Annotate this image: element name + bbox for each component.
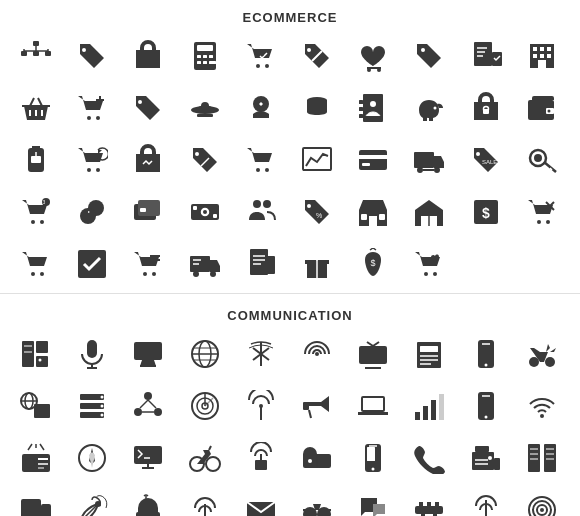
icon-cart-refresh[interactable] — [66, 135, 118, 185]
icon-key[interactable] — [516, 135, 568, 185]
icon-radar[interactable] — [179, 381, 231, 431]
icon-tablet-mobile[interactable] — [10, 485, 62, 516]
svg-rect-63 — [303, 148, 331, 170]
icon-org-chart[interactable] — [10, 31, 62, 81]
icon-store[interactable] — [347, 187, 399, 237]
icon-broadcast-tower[interactable] — [235, 433, 287, 483]
icon-radio[interactable] — [10, 433, 62, 483]
icon-mobile-phone[interactable] — [460, 329, 512, 379]
icon-money-bag[interactable]: $ — [347, 239, 399, 289]
icon-chart[interactable] — [291, 135, 343, 185]
icon-helmet-radio[interactable] — [122, 485, 174, 516]
icon-team-cart[interactable] — [235, 187, 287, 237]
icon-speech-bubble[interactable] — [347, 485, 399, 516]
icon-microphone[interactable] — [66, 329, 118, 379]
svg-point-110 — [143, 272, 147, 276]
icon-cart-small[interactable] — [235, 135, 287, 185]
icon-antenna[interactable] — [235, 329, 287, 379]
icon-mailbox[interactable] — [291, 433, 343, 483]
icon-document-check[interactable] — [460, 31, 512, 81]
icon-newspaper[interactable] — [403, 329, 455, 379]
icon-cart-list[interactable] — [122, 239, 174, 289]
communication-grid — [0, 329, 580, 516]
icon-antenna2[interactable] — [460, 485, 512, 516]
icon-desktop-computer[interactable] — [122, 329, 174, 379]
icon-coins[interactable] — [66, 187, 118, 237]
icon-fax[interactable] — [460, 433, 512, 483]
icon-dollar-sign[interactable]: $ — [460, 187, 512, 237]
icon-cards[interactable] — [122, 187, 174, 237]
icon-scooter[interactable] — [516, 329, 568, 379]
icon-gift[interactable] — [291, 239, 343, 289]
icon-percent-tag[interactable]: % — [291, 187, 343, 237]
icon-telephone[interactable] — [403, 433, 455, 483]
icon-warehouse[interactable] — [403, 187, 455, 237]
icon-globe[interactable] — [179, 329, 231, 379]
icon-tag-label[interactable] — [122, 83, 174, 133]
svg-rect-190 — [363, 398, 383, 410]
icon-cart-favorite[interactable] — [403, 239, 455, 289]
icon-cart-plus[interactable] — [66, 83, 118, 133]
icon-radio-tower[interactable] — [179, 485, 231, 516]
svg-point-19 — [367, 68, 371, 72]
svg-rect-155 — [420, 346, 438, 352]
icon-address-book[interactable] — [347, 83, 399, 133]
svg-point-160 — [484, 364, 487, 367]
icon-basket[interactable] — [10, 83, 62, 133]
icon-compass[interactable] — [66, 433, 118, 483]
icon-monitor[interactable] — [122, 433, 174, 483]
icon-cart-remove[interactable] — [516, 187, 568, 237]
icon-cart-with-items[interactable]: 3 — [10, 187, 62, 237]
icon-mobile2[interactable] — [460, 381, 512, 431]
icon-binoculars[interactable] — [291, 485, 343, 516]
svg-rect-65 — [359, 150, 387, 170]
icon-delivery-truck[interactable] — [403, 135, 455, 185]
svg-point-82 — [80, 208, 96, 224]
icon-megaphone[interactable] — [291, 381, 343, 431]
icon-heart-cart[interactable] — [347, 31, 399, 81]
icon-cart-check[interactable] — [235, 31, 287, 81]
icon-tag-star[interactable] — [403, 31, 455, 81]
icon-shopping-bag[interactable] — [122, 31, 174, 81]
icon-credit-card[interactable] — [347, 135, 399, 185]
icon-laptop[interactable] — [347, 381, 399, 431]
icon-sale-tag[interactable]: SALE — [460, 135, 512, 185]
svg-rect-194 — [439, 394, 444, 420]
icon-coins-hand[interactable] — [235, 83, 287, 133]
icon-television[interactable] — [347, 329, 399, 379]
icon-bag-lock[interactable] — [460, 83, 512, 133]
icon-price-tag2[interactable] — [179, 135, 231, 185]
icon-network-cable[interactable] — [403, 485, 455, 516]
icon-backpack[interactable] — [10, 135, 62, 185]
svg-point-220 — [372, 468, 375, 471]
icon-cash[interactable] — [179, 187, 231, 237]
icon-server-rack[interactable] — [10, 329, 62, 379]
icon-checkbox[interactable] — [66, 239, 118, 289]
icon-satellite-dish[interactable] — [66, 485, 118, 516]
icon-coin-stack[interactable] — [291, 83, 343, 133]
icon-receipt[interactable] — [235, 239, 287, 289]
icon-cart-simple[interactable] — [10, 239, 62, 289]
icon-target[interactable] — [516, 485, 568, 516]
icon-dish[interactable] — [179, 83, 231, 133]
icon-wallet[interactable] — [516, 83, 568, 133]
icon-network-group[interactable] — [122, 381, 174, 431]
icon-signal-waves[interactable] — [291, 329, 343, 379]
icon-envelope[interactable] — [235, 485, 287, 516]
svg-point-61 — [256, 168, 260, 172]
icon-globe-computer[interactable] — [10, 381, 62, 431]
icon-signal-bars[interactable] — [403, 381, 455, 431]
icon-wifi[interactable] — [516, 381, 568, 431]
icon-smartphone[interactable] — [347, 433, 399, 483]
icon-piggy-bank[interactable] — [403, 83, 455, 133]
icon-wifi-tower[interactable] — [235, 381, 287, 431]
icon-data-center[interactable] — [516, 433, 568, 483]
icon-server[interactable] — [66, 381, 118, 431]
icon-discount-tag[interactable] — [291, 31, 343, 81]
icon-price-tag[interactable] — [66, 31, 118, 81]
icon-bag-tag[interactable] — [122, 135, 174, 185]
icon-building[interactable] — [516, 31, 568, 81]
icon-bicycle[interactable] — [179, 433, 231, 483]
icon-truck-fast[interactable] — [179, 239, 231, 289]
icon-calculator[interactable] — [179, 31, 231, 81]
